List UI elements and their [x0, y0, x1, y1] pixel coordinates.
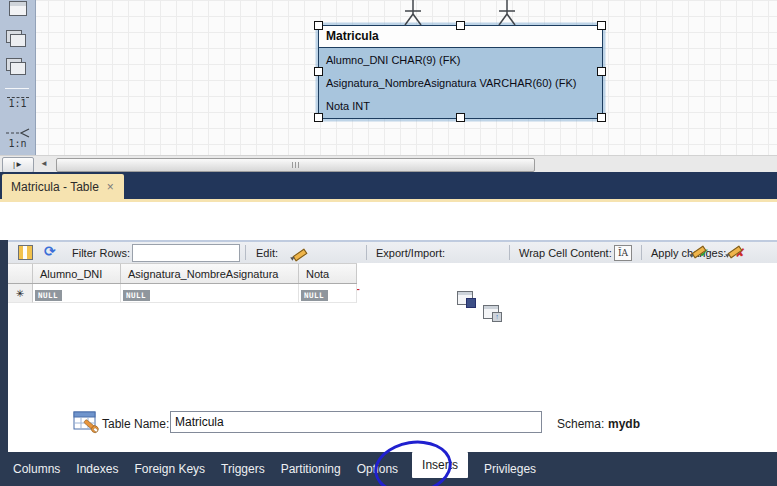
- grid-header-row: Alumno_DNI Asignatura_NombreAsignatura N…: [8, 263, 357, 284]
- apply-changes-icon[interactable]: ✔: [690, 243, 709, 261]
- wrap-cell-content-label: Wrap Cell Content:: [519, 247, 612, 259]
- selection-handle[interactable]: [597, 21, 606, 30]
- editor-section-tabs: Columns Indexes Foreign Keys Triggers Pa…: [0, 452, 777, 486]
- selection-handle[interactable]: [314, 113, 323, 122]
- grid-cell[interactable]: NULL: [33, 284, 121, 303]
- column-header[interactable]: Nota: [299, 264, 357, 283]
- filter-rows-label: Filter Rows:: [72, 247, 130, 259]
- place-image-tool[interactable]: [0, 62, 35, 75]
- export-import-label: Export/Import:: [376, 247, 445, 259]
- selection-handle[interactable]: [597, 67, 606, 76]
- left-edge-strip: [0, 240, 8, 486]
- table-wrench-icon: [72, 408, 102, 436]
- thumb-grip-icon: [292, 162, 300, 168]
- tab-columns[interactable]: Columns: [13, 462, 60, 476]
- tab-indexes[interactable]: Indexes: [76, 462, 118, 476]
- place-view-tool[interactable]: [0, 34, 35, 47]
- relationship-connector-icon[interactable]: [494, 0, 520, 26]
- table-name-input[interactable]: [170, 411, 542, 433]
- filter-rows-input[interactable]: [132, 244, 240, 262]
- editor-tab-bar: Matricula - Table ×: [0, 172, 777, 199]
- one-to-one-label: 1:1: [8, 99, 26, 109]
- edit-pencil-icon[interactable]: [291, 247, 306, 260]
- selection-handle[interactable]: [314, 67, 323, 76]
- edit-label: Edit:: [256, 247, 278, 259]
- palette-divider: [5, 88, 29, 89]
- horizontal-scrollbar[interactable]: |► ◄: [0, 155, 777, 173]
- schema-label: Schema:: [557, 417, 604, 431]
- tab-options[interactable]: Options: [357, 462, 398, 476]
- relationship-connector-icon[interactable]: [400, 0, 426, 26]
- entity-column[interactable]: Alumno_DNI CHAR(9) (FK): [319, 48, 602, 71]
- toolbar-divider: [509, 245, 510, 260]
- one-to-one-relation-tool[interactable]: 1:1: [0, 97, 35, 109]
- tab-inserts[interactable]: Inserts: [412, 452, 468, 478]
- schema-value: mydb: [608, 417, 640, 431]
- scrollbar-thumb[interactable]: [56, 158, 535, 172]
- new-row-marker[interactable]: ✳: [8, 284, 33, 303]
- inserts-toolbar: ⟳ Filter Rows: Edit: + − Export/Import: …: [0, 240, 777, 263]
- wrap-cell-icon[interactable]: ĪA: [614, 245, 632, 261]
- grid-cell[interactable]: NULL: [121, 284, 299, 303]
- toolbar-divider: [641, 245, 642, 260]
- tab-partitioning[interactable]: Partitioning: [281, 462, 341, 476]
- tab-triggers[interactable]: Triggers: [221, 462, 265, 476]
- toolbar-divider: [366, 245, 367, 260]
- selection-handle[interactable]: [456, 21, 465, 30]
- apply-changes-label: Apply changes:: [651, 247, 726, 259]
- column-header[interactable]: Asignatura_NombreAsignatura: [121, 264, 299, 283]
- refresh-icon[interactable]: ⟳: [44, 244, 56, 258]
- toolbar-divider: [245, 245, 246, 260]
- grid-cell[interactable]: NULL: [299, 284, 357, 303]
- tab-foreign-keys[interactable]: Foreign Keys: [134, 462, 205, 476]
- sidebar-collapse-button[interactable]: |►: [2, 157, 34, 173]
- import-icon[interactable]: ↑: [483, 305, 499, 319]
- place-table-tool[interactable]: [0, 1, 35, 16]
- close-icon[interactable]: ×: [107, 180, 114, 194]
- table-icon: [9, 1, 27, 16]
- selection-handle[interactable]: [597, 113, 606, 122]
- eer-diagram-canvas[interactable]: Matricula Alumno_DNI CHAR(9) (FK) Asigna…: [0, 0, 777, 155]
- diagram-tool-palette: 1:1 1:n: [0, 0, 36, 155]
- entity-matricula[interactable]: Matricula Alumno_DNI CHAR(9) (FK) Asigna…: [318, 25, 603, 119]
- null-badge: NULL: [123, 290, 150, 301]
- row-header-corner: [8, 264, 33, 283]
- table-editor-header: Table Name: Schema: mydb: [0, 202, 777, 240]
- tab-matricula-table[interactable]: Matricula - Table ×: [2, 174, 124, 199]
- new-row: ✳ NULL NULL NULL: [8, 284, 357, 303]
- stacked-tables-icon: [10, 34, 26, 47]
- grid-view-icon[interactable]: [18, 245, 33, 260]
- inserts-grid: Alumno_DNI Asignatura_NombreAsignatura N…: [8, 263, 357, 303]
- entity-column[interactable]: Asignatura_NombreAsignatura VARCHAR(60) …: [319, 71, 602, 94]
- tab-privileges[interactable]: Privileges: [484, 462, 536, 476]
- export-save-icon[interactable]: [457, 291, 473, 305]
- one-to-many-relation-tool[interactable]: 1:n: [0, 128, 35, 149]
- scroll-left-arrow-icon[interactable]: ◄: [40, 159, 48, 168]
- null-badge: NULL: [301, 290, 328, 301]
- table-name-label: Table Name:: [102, 417, 169, 431]
- one-to-many-label: 1:n: [8, 139, 26, 149]
- selection-handle[interactable]: [314, 21, 323, 30]
- column-header[interactable]: Alumno_DNI: [33, 264, 121, 283]
- null-badge: NULL: [35, 290, 62, 301]
- revert-changes-icon[interactable]: ✘: [726, 243, 745, 261]
- mysql-workbench-window: Matricula Alumno_DNI CHAR(9) (FK) Asigna…: [0, 0, 777, 486]
- image-stack-icon: [10, 62, 26, 75]
- tab-title: Matricula - Table: [2, 180, 99, 194]
- selection-handle[interactable]: [456, 113, 465, 122]
